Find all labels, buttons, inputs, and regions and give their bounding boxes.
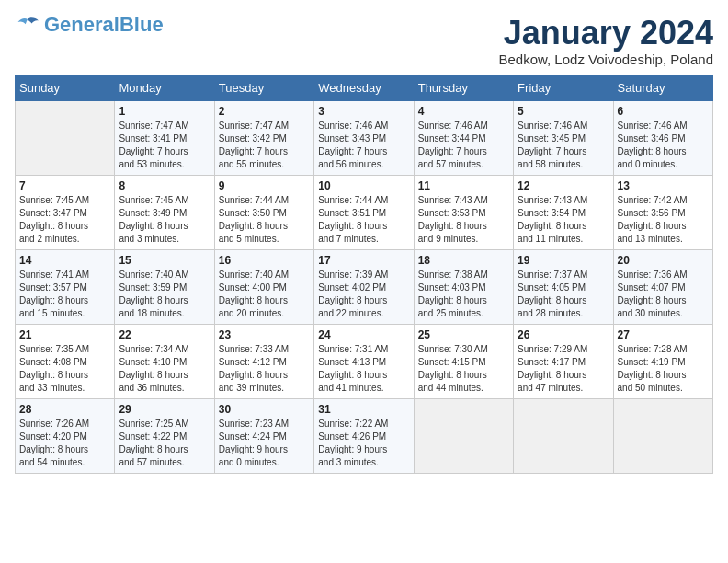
day-info: Sunrise: 7:40 AM Sunset: 3:59 PM Dayligh… [119, 269, 210, 320]
day-number: 25 [418, 328, 509, 341]
day-number: 18 [418, 254, 509, 267]
calendar-cell: 8Sunrise: 7:45 AM Sunset: 3:49 PM Daylig… [115, 175, 214, 249]
day-number: 9 [219, 179, 310, 192]
calendar-cell: 17Sunrise: 7:39 AM Sunset: 4:02 PM Dayli… [314, 249, 414, 324]
calendar-title: January 2024 [498, 15, 713, 52]
calendar-cell: 21Sunrise: 7:35 AM Sunset: 4:08 PM Dayli… [16, 324, 115, 398]
day-info: Sunrise: 7:39 AM Sunset: 4:02 PM Dayligh… [318, 269, 409, 320]
calendar-cell: 6Sunrise: 7:46 AM Sunset: 3:46 PM Daylig… [613, 100, 712, 175]
calendar-cell: 22Sunrise: 7:34 AM Sunset: 4:10 PM Dayli… [115, 324, 214, 398]
day-number: 28 [19, 403, 110, 416]
calendar-cell: 18Sunrise: 7:38 AM Sunset: 4:03 PM Dayli… [414, 249, 513, 324]
day-info: Sunrise: 7:23 AM Sunset: 4:24 PM Dayligh… [219, 418, 310, 469]
calendar-cell: 13Sunrise: 7:42 AM Sunset: 3:56 PM Dayli… [613, 175, 712, 249]
weekday-header-friday: Friday [514, 75, 613, 100]
day-info: Sunrise: 7:31 AM Sunset: 4:13 PM Dayligh… [318, 343, 409, 395]
day-info: Sunrise: 7:45 AM Sunset: 3:47 PM Dayligh… [19, 194, 110, 246]
calendar-cell [16, 100, 115, 175]
calendar-cell: 26Sunrise: 7:29 AM Sunset: 4:17 PM Dayli… [514, 324, 613, 398]
day-number: 31 [318, 403, 409, 416]
calendar-header: SundayMondayTuesdayWednesdayThursdayFrid… [16, 75, 713, 100]
weekday-header-monday: Monday [115, 75, 214, 100]
day-number: 21 [19, 328, 110, 341]
calendar-cell: 1Sunrise: 7:47 AM Sunset: 3:41 PM Daylig… [115, 100, 214, 175]
day-info: Sunrise: 7:38 AM Sunset: 4:03 PM Dayligh… [418, 269, 509, 320]
calendar-week-4: 21Sunrise: 7:35 AM Sunset: 4:08 PM Dayli… [16, 324, 713, 398]
calendar-cell: 30Sunrise: 7:23 AM Sunset: 4:24 PM Dayli… [214, 398, 313, 473]
weekday-header-row: SundayMondayTuesdayWednesdayThursdayFrid… [16, 75, 713, 100]
calendar-cell: 16Sunrise: 7:40 AM Sunset: 4:00 PM Dayli… [214, 249, 313, 324]
calendar-cell: 10Sunrise: 7:44 AM Sunset: 3:51 PM Dayli… [314, 175, 414, 249]
day-info: Sunrise: 7:46 AM Sunset: 3:43 PM Dayligh… [318, 120, 409, 171]
calendar-week-2: 7Sunrise: 7:45 AM Sunset: 3:47 PM Daylig… [16, 175, 713, 249]
day-number: 7 [19, 179, 110, 192]
logo-text: GeneralBlue [44, 15, 164, 35]
day-info: Sunrise: 7:47 AM Sunset: 3:42 PM Dayligh… [219, 120, 310, 171]
calendar-week-5: 28Sunrise: 7:26 AM Sunset: 4:20 PM Dayli… [16, 398, 713, 473]
calendar-cell: 24Sunrise: 7:31 AM Sunset: 4:13 PM Dayli… [314, 324, 414, 398]
calendar-cell: 25Sunrise: 7:30 AM Sunset: 4:15 PM Dayli… [414, 324, 513, 398]
day-info: Sunrise: 7:34 AM Sunset: 4:10 PM Dayligh… [119, 343, 210, 395]
calendar-cell: 11Sunrise: 7:43 AM Sunset: 3:53 PM Dayli… [414, 175, 513, 249]
day-info: Sunrise: 7:43 AM Sunset: 3:53 PM Dayligh… [418, 194, 509, 246]
day-info: Sunrise: 7:47 AM Sunset: 3:41 PM Dayligh… [119, 120, 210, 171]
day-info: Sunrise: 7:29 AM Sunset: 4:17 PM Dayligh… [518, 343, 609, 395]
calendar-subtitle: Bedkow, Lodz Voivodeship, Poland [498, 52, 713, 67]
day-number: 16 [219, 254, 310, 267]
calendar-cell: 3Sunrise: 7:46 AM Sunset: 3:43 PM Daylig… [314, 100, 414, 175]
page-header: GeneralBlue January 2024 Bedkow, Lodz Vo… [15, 15, 713, 67]
calendar-cell: 20Sunrise: 7:36 AM Sunset: 4:07 PM Dayli… [613, 249, 712, 324]
day-info: Sunrise: 7:40 AM Sunset: 4:00 PM Dayligh… [219, 269, 310, 320]
calendar-cell: 29Sunrise: 7:25 AM Sunset: 4:22 PM Dayli… [115, 398, 214, 473]
calendar-cell: 9Sunrise: 7:44 AM Sunset: 3:50 PM Daylig… [214, 175, 313, 249]
day-number: 2 [219, 105, 310, 118]
calendar-cell [613, 398, 712, 473]
day-number: 30 [219, 403, 310, 416]
day-info: Sunrise: 7:36 AM Sunset: 4:07 PM Dayligh… [618, 269, 709, 320]
day-info: Sunrise: 7:43 AM Sunset: 3:54 PM Dayligh… [518, 194, 609, 246]
day-number: 1 [119, 105, 210, 118]
title-block: January 2024 Bedkow, Lodz Voivodeship, P… [498, 15, 713, 67]
day-info: Sunrise: 7:22 AM Sunset: 4:26 PM Dayligh… [318, 418, 409, 469]
calendar-cell: 15Sunrise: 7:40 AM Sunset: 3:59 PM Dayli… [115, 249, 214, 324]
day-number: 20 [618, 254, 709, 267]
day-info: Sunrise: 7:41 AM Sunset: 3:57 PM Dayligh… [19, 269, 110, 320]
day-number: 23 [219, 328, 310, 341]
day-number: 26 [518, 328, 609, 341]
day-info: Sunrise: 7:37 AM Sunset: 4:05 PM Dayligh… [518, 269, 609, 320]
calendar-cell: 4Sunrise: 7:46 AM Sunset: 3:44 PM Daylig… [414, 100, 513, 175]
day-number: 12 [518, 179, 609, 192]
weekday-header-wednesday: Wednesday [314, 75, 414, 100]
calendar-cell: 2Sunrise: 7:47 AM Sunset: 3:42 PM Daylig… [214, 100, 313, 175]
day-info: Sunrise: 7:45 AM Sunset: 3:49 PM Dayligh… [119, 194, 210, 246]
day-number: 22 [119, 328, 210, 341]
day-number: 27 [618, 328, 709, 341]
day-info: Sunrise: 7:30 AM Sunset: 4:15 PM Dayligh… [418, 343, 509, 395]
calendar-cell: 19Sunrise: 7:37 AM Sunset: 4:05 PM Dayli… [514, 249, 613, 324]
logo-icon [15, 17, 40, 33]
day-number: 4 [418, 105, 509, 118]
calendar-cell: 31Sunrise: 7:22 AM Sunset: 4:26 PM Dayli… [314, 398, 414, 473]
calendar-cell: 12Sunrise: 7:43 AM Sunset: 3:54 PM Dayli… [514, 175, 613, 249]
calendar-table: SundayMondayTuesdayWednesdayThursdayFrid… [15, 75, 713, 474]
calendar-cell: 14Sunrise: 7:41 AM Sunset: 3:57 PM Dayli… [16, 249, 115, 324]
calendar-cell: 5Sunrise: 7:46 AM Sunset: 3:45 PM Daylig… [514, 100, 613, 175]
day-info: Sunrise: 7:25 AM Sunset: 4:22 PM Dayligh… [119, 418, 210, 469]
day-number: 3 [318, 105, 409, 118]
day-info: Sunrise: 7:33 AM Sunset: 4:12 PM Dayligh… [219, 343, 310, 395]
day-number: 5 [518, 105, 609, 118]
calendar-week-1: 1Sunrise: 7:47 AM Sunset: 3:41 PM Daylig… [16, 100, 713, 175]
day-info: Sunrise: 7:44 AM Sunset: 3:51 PM Dayligh… [318, 194, 409, 246]
day-number: 29 [119, 403, 210, 416]
day-number: 11 [418, 179, 509, 192]
calendar-cell: 27Sunrise: 7:28 AM Sunset: 4:19 PM Dayli… [613, 324, 712, 398]
day-number: 19 [518, 254, 609, 267]
calendar-week-3: 14Sunrise: 7:41 AM Sunset: 3:57 PM Dayli… [16, 249, 713, 324]
calendar-cell [414, 398, 513, 473]
day-info: Sunrise: 7:42 AM Sunset: 3:56 PM Dayligh… [618, 194, 709, 246]
day-info: Sunrise: 7:46 AM Sunset: 3:44 PM Dayligh… [418, 120, 509, 171]
day-number: 14 [19, 254, 110, 267]
day-number: 10 [318, 179, 409, 192]
day-number: 24 [318, 328, 409, 341]
weekday-header-saturday: Saturday [613, 75, 712, 100]
